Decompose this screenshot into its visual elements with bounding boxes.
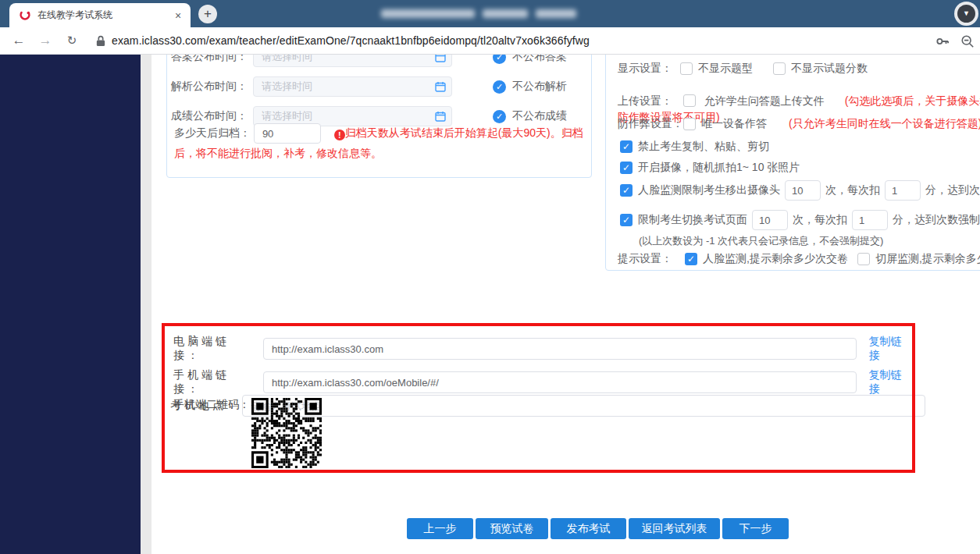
analysis-time-placeholder: 请选择时间 — [262, 80, 312, 92]
mobile-link-label: 手机端链接： — [173, 368, 257, 396]
no-publish-score-label[interactable]: 不公布成绩 — [512, 109, 567, 123]
warning-icon: ! — [334, 130, 345, 140]
answer-time-input[interactable]: 请选择时间 — [253, 55, 452, 67]
prev-step-button[interactable]: 上一步 — [407, 518, 473, 539]
camera-capture-label[interactable]: 开启摄像，随机抓拍1~ 10 张照片 — [638, 161, 800, 175]
checkbox-checked-icon[interactable] — [620, 214, 633, 226]
score-time-label: 成绩公布时间： — [167, 109, 248, 123]
single-device-label[interactable]: 唯一设备作答 — [701, 117, 767, 131]
face-limit-count-input[interactable] — [785, 180, 821, 201]
hide-question-type-label[interactable]: 不显示题型 — [698, 62, 753, 76]
score-time-placeholder: 请选择时间 — [262, 110, 312, 122]
preview-paper-button[interactable]: 预览试卷 — [476, 518, 548, 539]
reload-button[interactable]: ↻ — [62, 31, 81, 50]
screen-tip-label[interactable]: 切屏监测,提示剩余多少次交卷 — [875, 252, 980, 266]
checkbox-unchecked-icon[interactable] — [680, 62, 693, 75]
tips-settings-label: 提示设置： — [618, 252, 672, 266]
new-tab-button[interactable]: + — [198, 5, 217, 23]
calendar-icon — [435, 81, 446, 92]
face-limit-text-mid: 次，每次扣 — [825, 183, 880, 197]
limit-count-note: (以上次数设为 -1 次代表只会记录信息，不会强制提交) — [639, 234, 883, 248]
checkbox-checked-icon[interactable] — [620, 184, 633, 197]
answer-time-placeholder: 请选择时间 — [262, 55, 312, 62]
switch-limit-score-input[interactable] — [852, 210, 888, 230]
forbid-copy-paste-label[interactable]: 禁止考生复制、粘贴、剪切 — [638, 140, 769, 154]
checkbox-checked-icon[interactable] — [620, 140, 633, 153]
switch-limit-count-input[interactable] — [752, 210, 788, 230]
url-text[interactable]: exam.iclass30.com/exam/teacher/editExamO… — [112, 34, 590, 47]
check-circle-icon[interactable]: ✓ — [493, 80, 506, 94]
qr-code-row: 手机端二维码： — [173, 398, 322, 468]
face-tip-label[interactable]: 人脸监测,提示剩余多少次交卷 — [703, 252, 848, 266]
footer-button-bar: 上一步 预览试卷 发布考试 返回考试列表 下一步 — [407, 518, 789, 539]
mobile-copy-link[interactable]: 复制链接 — [869, 368, 912, 396]
analysis-time-input[interactable]: 请选择时间 — [253, 76, 452, 97]
hide-question-score-label[interactable]: 不显示试题分数 — [791, 62, 868, 76]
links-highlight-box: 电脑端链接： 复制链接 手机端链接： 复制链接 手机端二维码： — [162, 323, 915, 473]
archive-days-input[interactable] — [254, 123, 321, 144]
next-step-button[interactable]: 下一步 — [722, 518, 789, 539]
archive-days-row: 多少天后归档： !归档天数从考试结束后开始算起(最大90天)。归档后，将不能进行… — [174, 123, 586, 162]
browser-tab-bar: 在线教学考试系统 × + ▼ — [0, 0, 980, 27]
checkbox-checked-icon[interactable] — [685, 253, 697, 265]
pc-copy-link[interactable]: 复制链接 — [869, 335, 912, 363]
switch-limit-text-pre[interactable]: 限制考生切换考试页面 — [638, 213, 747, 227]
qr-code — [251, 398, 322, 468]
qr-code-label: 手机端二维码： — [173, 398, 250, 412]
site-favicon-icon — [19, 9, 31, 22]
allow-upload-label[interactable]: 允许学生问答题上传文件 — [704, 94, 825, 107]
no-publish-analysis-label[interactable]: 不公布解析 — [512, 80, 567, 94]
window-widget-button[interactable]: ▼ — [954, 2, 978, 26]
calendar-icon — [435, 111, 446, 122]
exam-settings-card: 显示设置： 不显示题型 不显示试题分数 上传设置： 允许学生问答题上传文件 (勾… — [605, 55, 980, 271]
pc-link-label: 电脑端链接： — [173, 335, 257, 363]
analysis-time-label: 解析公布时间： — [167, 80, 248, 94]
window-title-blurred — [381, 7, 584, 20]
pc-link-input[interactable] — [263, 338, 857, 360]
publish-time-card: 答案公布时间： 请选择时间 ✓ 不公布答案 解析公布时间： 请选择时间 ✓ — [166, 55, 592, 178]
face-limit-score-input[interactable] — [885, 180, 921, 201]
display-settings-label: 显示设置： — [618, 62, 672, 76]
answer-time-label: 答案公布时间： — [167, 55, 248, 64]
zoom-out-icon[interactable] — [960, 34, 975, 48]
lock-icon — [95, 35, 106, 47]
checkbox-unchecked-icon[interactable] — [683, 94, 696, 107]
back-button[interactable]: ← — [9, 31, 28, 50]
checkbox-unchecked-icon[interactable] — [857, 253, 870, 265]
switch-limit-text-post: 分，达到次数强制交卷 — [893, 213, 980, 227]
face-limit-text-post: 分，达到次数强制交卷 — [925, 183, 980, 197]
checkbox-unchecked-icon[interactable] — [683, 118, 696, 130]
check-circle-icon[interactable]: ✓ — [493, 110, 506, 123]
sidebar-gutter — [141, 55, 151, 554]
checkbox-checked-icon[interactable] — [620, 162, 633, 174]
browser-tab[interactable]: 在线教学考试系统 × — [9, 3, 191, 27]
publish-exam-button[interactable]: 发布考试 — [551, 518, 626, 539]
sidebar — [0, 55, 141, 554]
face-limit-text-pre[interactable]: 人脸监测限制考生移出摄像头 — [638, 183, 780, 197]
upload-settings-label: 上传设置： — [618, 94, 672, 107]
tab-close-icon[interactable]: × — [172, 9, 184, 22]
mobile-link-input[interactable] — [263, 371, 857, 393]
tab-title: 在线教学考试系统 — [37, 9, 172, 22]
anticheat-settings-label: 防作弊设置： — [618, 117, 683, 131]
anticheat-note: (只允许考生同时在线一个设备进行答题) — [789, 117, 980, 131]
exam-edit-page: 答案公布时间： 请选择时间 ✓ 不公布答案 解析公布时间： 请选择时间 ✓ — [0, 55, 980, 554]
browser-url-bar: ← → ↻ exam.iclass30.com/exam/teacher/edi… — [0, 27, 980, 55]
checkbox-unchecked-icon[interactable] — [773, 62, 786, 75]
key-icon[interactable] — [935, 34, 950, 48]
archive-days-label: 多少天后归档： — [174, 126, 251, 139]
check-circle-icon[interactable]: ✓ — [493, 55, 506, 64]
chevron-down-icon: ▼ — [957, 5, 975, 23]
switch-limit-text-mid: 次，每次扣 — [793, 213, 847, 227]
forward-button[interactable]: → — [36, 31, 55, 50]
no-publish-answer-label[interactable]: 不公布答案 — [512, 55, 567, 64]
calendar-icon — [435, 55, 446, 62]
back-to-list-button[interactable]: 返回考试列表 — [629, 518, 720, 539]
